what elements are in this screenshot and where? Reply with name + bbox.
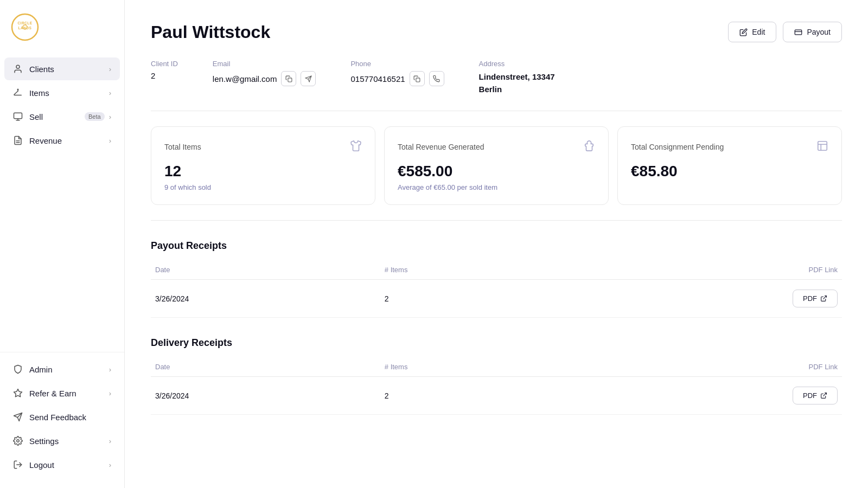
person-icon <box>13 64 23 74</box>
sidebar-bottom-nav: Admin › Refer & Earn › Send Feedback <box>0 352 124 488</box>
sidebar-item-feedback[interactable]: Send Feedback <box>4 406 120 428</box>
star-icon <box>13 388 23 398</box>
email-label: Email <box>213 60 316 68</box>
sidebar-label-clients: Clients <box>29 65 54 74</box>
consignment-value: €85.80 <box>631 163 828 180</box>
send-email-button[interactable] <box>301 71 316 86</box>
delivery-pdf-cell: PDF <box>552 377 842 415</box>
chevron-icon: › <box>109 437 111 445</box>
call-button[interactable] <box>429 71 444 86</box>
tshirt-icon <box>350 140 362 154</box>
revenue-label: Total Revenue Generated <box>398 143 484 151</box>
hanger-icon <box>13 88 23 98</box>
beta-badge: Beta <box>85 112 105 121</box>
edit-button[interactable]: Edit <box>728 22 776 42</box>
svg-rect-18 <box>288 78 292 81</box>
chevron-icon: › <box>109 365 111 374</box>
sidebar-item-revenue[interactable]: Revenue › <box>4 129 120 152</box>
delivery-date-cell: 3/26/2024 <box>151 377 380 415</box>
payout-label: Payout <box>807 28 831 36</box>
address-label: Address <box>479 60 555 68</box>
sidebar-label-sell: Sell <box>29 112 43 121</box>
svg-rect-22 <box>818 142 827 151</box>
page-header: Paul Wittstock Edit Payout <box>151 22 842 42</box>
payout-pdf-header: PDF Link <box>552 260 842 280</box>
sidebar-item-sell[interactable]: Sell Beta › <box>4 105 120 128</box>
sidebar-label-feedback: Send Feedback <box>29 413 86 422</box>
sidebar-label-settings: Settings <box>29 436 59 446</box>
chevron-icon: › <box>109 461 111 469</box>
money-bag-icon <box>583 140 595 154</box>
chevron-icon: › <box>109 137 111 145</box>
tag-icon <box>13 112 23 121</box>
client-id-field: Client ID 2 <box>151 60 178 95</box>
chevron-icon: › <box>109 89 111 97</box>
client-id-value: 2 <box>151 71 178 80</box>
sidebar-label-items: Items <box>29 88 49 98</box>
payout-pdf-cell: PDF <box>552 280 842 318</box>
send-icon <box>13 412 23 422</box>
total-items-value: 12 <box>164 163 362 180</box>
logo-area: CIRCLE LANDS <box>0 0 124 52</box>
payout-receipt-row: 3/26/2024 2 PDF <box>151 280 842 318</box>
stat-card-revenue: Total Revenue Generated €585.00 Average … <box>384 126 609 205</box>
copy-phone-button[interactable] <box>410 71 425 86</box>
payout-date-header: Date <box>151 260 380 280</box>
sidebar-item-admin[interactable]: Admin › <box>4 358 120 381</box>
delivery-receipt-row: 3/26/2024 2 PDF <box>151 377 842 415</box>
address-field: Address Lindenstreet, 13347 Berlin <box>479 60 555 95</box>
delivery-items-cell: 2 <box>380 377 552 415</box>
phone-field: Phone 015770416521 <box>350 60 444 95</box>
consignment-icon <box>816 140 828 154</box>
logo-icon: CIRCLE LANDS <box>11 13 39 41</box>
header-actions: Edit Payout <box>728 22 842 42</box>
main-nav: Clients › Items › Sell Beta <box>0 52 124 352</box>
client-info: Client ID 2 Email len.w@gmail.com Phone … <box>151 60 842 111</box>
payout-items-cell: 2 <box>380 280 552 318</box>
payout-receipts-title: Payout Receipts <box>151 240 842 252</box>
payout-receipts-table: Date # Items PDF Link 3/26/2024 2 PDF <box>151 260 842 318</box>
edit-icon <box>739 28 748 36</box>
gear-icon <box>13 436 23 446</box>
send-email-icon <box>305 75 312 82</box>
total-items-label: Total Items <box>164 143 201 151</box>
payout-button[interactable]: Payout <box>783 22 842 42</box>
page-title: Paul Wittstock <box>151 22 270 42</box>
delivery-date-header: Date <box>151 357 380 377</box>
sidebar-item-logout[interactable]: Logout › <box>4 453 120 476</box>
sidebar-item-items[interactable]: Items › <box>4 81 120 104</box>
sidebar: CIRCLE LANDS Clients › Items › <box>0 0 125 488</box>
client-id-label: Client ID <box>151 60 178 68</box>
copy-icon <box>285 75 292 82</box>
payout-icon <box>794 28 802 36</box>
revenue-sub: Average of €65.00 per sold item <box>398 183 595 191</box>
receipt-nav-icon <box>13 136 23 145</box>
phone-label: Phone <box>350 60 444 68</box>
phone-icon <box>433 75 440 82</box>
sidebar-label-revenue: Revenue <box>29 136 62 145</box>
sidebar-label-refer: Refer & Earn <box>29 389 76 398</box>
sidebar-label-admin: Admin <box>29 365 53 374</box>
total-items-sub: 9 of which sold <box>164 183 362 191</box>
delivery-pdf-button[interactable]: PDF <box>793 387 838 404</box>
stat-card-consignment: Total Consignment Pending €85.80 <box>617 126 842 205</box>
delivery-receipts-title: Delivery Receipts <box>151 337 842 349</box>
sidebar-item-settings[interactable]: Settings › <box>4 429 120 452</box>
email-value: len.w@gmail.com <box>213 71 316 86</box>
sidebar-item-refer[interactable]: Refer & Earn › <box>4 382 120 404</box>
svg-point-5 <box>17 89 18 90</box>
revenue-value: €585.00 <box>398 163 595 180</box>
svg-rect-6 <box>14 113 22 119</box>
logout-icon <box>13 460 23 470</box>
svg-text:CIRCLE: CIRCLE <box>17 21 32 25</box>
payout-pdf-button[interactable]: PDF <box>793 290 838 307</box>
copy-email-button[interactable] <box>281 71 296 86</box>
stat-card-total-items: Total Items 12 9 of which sold <box>151 126 375 205</box>
phone-value: 015770416521 <box>350 71 444 86</box>
chevron-icon: › <box>109 389 111 397</box>
svg-point-4 <box>16 65 20 68</box>
sidebar-item-clients[interactable]: Clients › <box>4 57 120 80</box>
address-value: Lindenstreet, 13347 Berlin <box>479 71 555 95</box>
chevron-icon: › <box>109 113 111 121</box>
svg-marker-11 <box>14 389 22 397</box>
